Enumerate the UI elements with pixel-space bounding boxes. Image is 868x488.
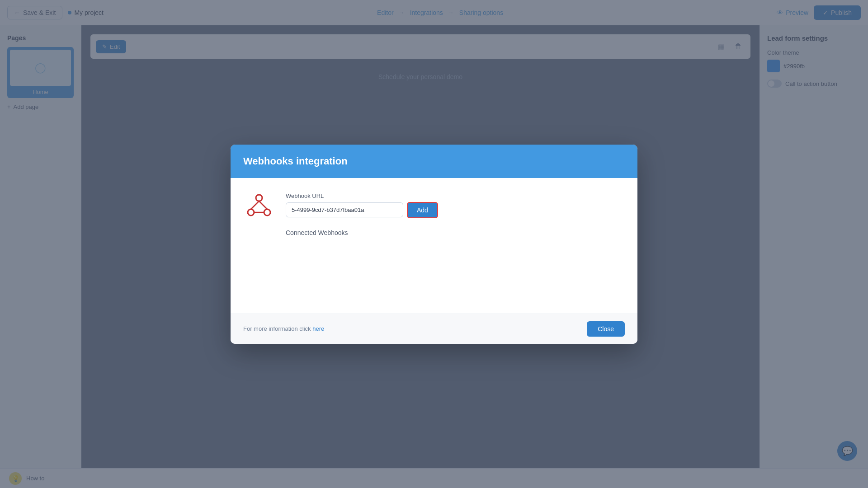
svg-point-0 — [256, 195, 262, 201]
webhook-row: Webhook URL Add Connected Webhooks — [243, 192, 625, 236]
footer-info: For more information click here — [243, 325, 324, 332]
close-button[interactable]: Close — [587, 321, 625, 337]
webhook-logo-icon — [245, 192, 273, 220]
svg-point-2 — [264, 209, 270, 216]
footer-info-text: For more information click — [243, 325, 311, 332]
footer-info-link[interactable]: here — [312, 325, 324, 332]
modal-footer: For more information click here Close — [231, 314, 637, 344]
add-webhook-button[interactable]: Add — [407, 202, 438, 218]
webhooks-modal: Webhooks integration — [231, 145, 637, 344]
modal-overlay: Webhooks integration — [0, 0, 868, 488]
modal-body: Webhook URL Add Connected Webhooks — [231, 178, 637, 314]
connected-webhooks-label: Connected Webhooks — [286, 229, 625, 236]
webhook-url-label: Webhook URL — [286, 192, 625, 199]
svg-line-3 — [251, 201, 259, 209]
webhook-form: Webhook URL Add Connected Webhooks — [286, 192, 625, 236]
webhook-input-row: Add — [286, 202, 625, 218]
svg-line-4 — [259, 201, 267, 209]
modal-title: Webhooks integration — [243, 155, 625, 167]
webhook-url-input[interactable] — [286, 202, 403, 217]
svg-point-1 — [248, 209, 254, 216]
webhook-icon-wrap — [243, 192, 275, 220]
modal-header: Webhooks integration — [231, 145, 637, 178]
